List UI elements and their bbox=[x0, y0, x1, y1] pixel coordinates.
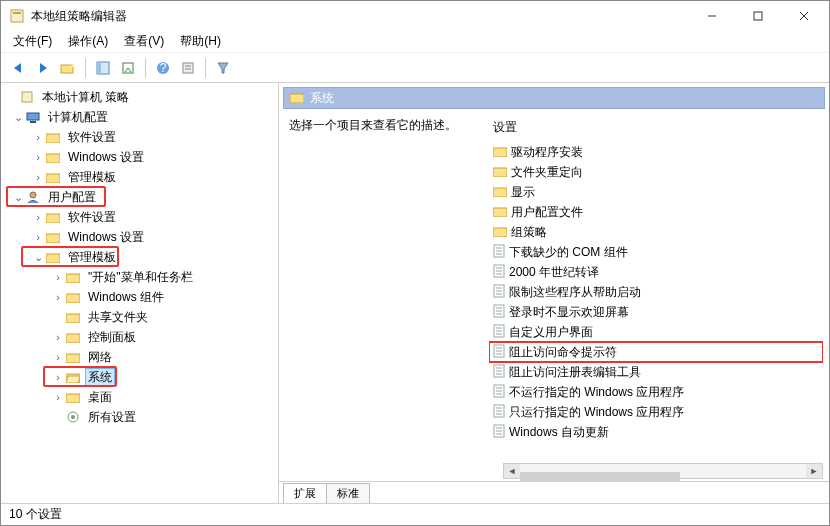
expand-icon[interactable]: › bbox=[51, 351, 65, 363]
setting-label: 驱动程序安装 bbox=[511, 144, 583, 161]
setting-item[interactable]: 显示 bbox=[489, 182, 823, 202]
svg-point-38 bbox=[71, 415, 75, 419]
setting-item[interactable]: 阻止访问注册表编辑工具 bbox=[489, 362, 823, 382]
tree-item[interactable]: ›Windows 设置 bbox=[3, 147, 276, 167]
setting-item[interactable]: 自定义用户界面 bbox=[489, 322, 823, 342]
setting-item[interactable]: 限制这些程序从帮助启动 bbox=[489, 282, 823, 302]
help-button[interactable]: ? bbox=[152, 57, 174, 79]
svg-rect-23 bbox=[46, 154, 60, 163]
svg-rect-22 bbox=[46, 134, 60, 143]
menu-file[interactable]: 文件(F) bbox=[7, 31, 58, 52]
tree-item[interactable]: ›网络 bbox=[3, 347, 276, 367]
setting-item[interactable]: 文件夹重定向 bbox=[489, 162, 823, 182]
tree-item[interactable]: ›桌面 bbox=[3, 387, 276, 407]
expand-icon[interactable]: ⌄ bbox=[31, 251, 45, 264]
maximize-button[interactable] bbox=[735, 1, 781, 31]
setting-item[interactable]: 下载缺少的 COM 组件 bbox=[489, 242, 823, 262]
folder-icon bbox=[493, 205, 507, 220]
expand-icon[interactable]: › bbox=[31, 131, 45, 143]
setting-item[interactable]: 登录时不显示欢迎屏幕 bbox=[489, 302, 823, 322]
tab-standard[interactable]: 标准 bbox=[326, 483, 370, 503]
tab-extended[interactable]: 扩展 bbox=[283, 483, 327, 503]
tree-item[interactable]: ›控制面板 bbox=[3, 327, 276, 347]
tree-label: 软件设置 bbox=[65, 128, 119, 147]
setting-item[interactable]: 驱动程序安装 bbox=[489, 142, 823, 162]
expand-icon[interactable]: ⌄ bbox=[11, 191, 25, 204]
tree-label: Windows 设置 bbox=[65, 148, 147, 167]
show-hide-tree-button[interactable] bbox=[92, 57, 114, 79]
setting-item[interactable]: 2000 年世纪转译 bbox=[489, 262, 823, 282]
tree-label: 系统 bbox=[85, 368, 115, 387]
filter-button[interactable] bbox=[212, 57, 234, 79]
tree-computer-config[interactable]: ⌄ 计算机配置 bbox=[3, 107, 276, 127]
setting-label: 显示 bbox=[511, 184, 535, 201]
setting-item[interactable]: 用户配置文件 bbox=[489, 202, 823, 222]
expand-icon[interactable]: › bbox=[31, 211, 45, 223]
tree-admin-templates[interactable]: ⌄ 管理模板 bbox=[3, 247, 276, 267]
svg-rect-20 bbox=[27, 113, 39, 120]
setting-item[interactable]: 不运行指定的 Windows 应用程序 bbox=[489, 382, 823, 402]
status-text: 10 个设置 bbox=[9, 506, 62, 523]
settings-list[interactable]: 驱动程序安装文件夹重定向显示用户配置文件组策略下载缺少的 COM 组件2000 … bbox=[489, 142, 823, 461]
horizontal-scrollbar[interactable]: ◄ ► bbox=[503, 463, 823, 479]
scroll-right-button[interactable]: ► bbox=[806, 464, 822, 478]
scroll-thumb[interactable] bbox=[520, 472, 680, 481]
tabstrip: 扩展 标准 bbox=[279, 481, 829, 503]
svg-rect-21 bbox=[30, 121, 36, 123]
expand-icon[interactable]: › bbox=[51, 291, 65, 303]
tree-root[interactable]: 本地计算机 策略 bbox=[3, 87, 276, 107]
close-button[interactable] bbox=[781, 1, 827, 31]
svg-point-25 bbox=[30, 192, 36, 198]
setting-label: 文件夹重定向 bbox=[511, 164, 583, 181]
setting-item[interactable]: 只运行指定的 Windows 应用程序 bbox=[489, 402, 823, 422]
tree-system[interactable]: › 系统 bbox=[3, 367, 276, 387]
titlebar: 本地组策略编辑器 bbox=[1, 1, 829, 31]
export-list-button[interactable] bbox=[117, 57, 139, 79]
policy-page-icon bbox=[493, 284, 505, 301]
minimize-button[interactable] bbox=[689, 1, 735, 31]
expand-icon[interactable]: › bbox=[51, 331, 65, 343]
setting-item[interactable]: 组策略 bbox=[489, 222, 823, 242]
properties-button[interactable] bbox=[177, 57, 199, 79]
expand-icon[interactable]: › bbox=[31, 231, 45, 243]
scroll-left-button[interactable]: ◄ bbox=[504, 464, 520, 478]
setting-item[interactable]: Windows 自动更新 bbox=[489, 422, 823, 442]
user-icon bbox=[25, 189, 41, 205]
svg-rect-0 bbox=[11, 10, 23, 22]
tree-user-config[interactable]: ⌄ 用户配置 bbox=[3, 187, 276, 207]
tree-item[interactable]: ›Windows 设置 bbox=[3, 227, 276, 247]
window-title: 本地组策略编辑器 bbox=[31, 8, 689, 25]
menu-view[interactable]: 查看(V) bbox=[118, 31, 170, 52]
back-button[interactable] bbox=[7, 57, 29, 79]
expand-icon[interactable]: › bbox=[51, 271, 65, 283]
tree-pane[interactable]: 本地计算机 策略 ⌄ 计算机配置 ›软件设置 ›Windows 设置 ›管理模板… bbox=[1, 83, 279, 503]
svg-rect-30 bbox=[66, 294, 80, 303]
toolbar-separator bbox=[145, 58, 146, 78]
tree-item[interactable]: ›管理模板 bbox=[3, 167, 276, 187]
tree-label: "开始"菜单和任务栏 bbox=[85, 268, 196, 287]
tree-label: 计算机配置 bbox=[45, 108, 111, 127]
tree-item[interactable]: 共享文件夹 bbox=[3, 307, 276, 327]
tree-label: Windows 组件 bbox=[85, 288, 167, 307]
menu-action[interactable]: 操作(A) bbox=[62, 31, 114, 52]
tree-item[interactable]: ›Windows 组件 bbox=[3, 287, 276, 307]
up-button[interactable] bbox=[57, 57, 79, 79]
expand-icon[interactable]: › bbox=[31, 171, 45, 183]
expand-icon[interactable]: › bbox=[31, 151, 45, 163]
setting-item[interactable]: 阻止访问命令提示符 bbox=[489, 342, 823, 362]
policy-icon bbox=[19, 89, 35, 105]
menu-help[interactable]: 帮助(H) bbox=[174, 31, 227, 52]
forward-button[interactable] bbox=[32, 57, 54, 79]
app-icon bbox=[9, 8, 25, 24]
tree-item[interactable]: ›"开始"菜单和任务栏 bbox=[3, 267, 276, 287]
settings-header[interactable]: 设置 bbox=[489, 117, 823, 142]
tree-item[interactable]: ›软件设置 bbox=[3, 127, 276, 147]
tree-item[interactable]: ›软件设置 bbox=[3, 207, 276, 227]
expand-icon[interactable]: › bbox=[51, 391, 65, 403]
tree-item[interactable]: 所有设置 bbox=[3, 407, 276, 427]
expand-icon[interactable]: ⌄ bbox=[11, 111, 25, 124]
folder-icon bbox=[45, 229, 61, 245]
folder-open-icon bbox=[65, 369, 81, 385]
folder-icon bbox=[493, 185, 507, 200]
expand-icon[interactable]: › bbox=[51, 371, 65, 383]
